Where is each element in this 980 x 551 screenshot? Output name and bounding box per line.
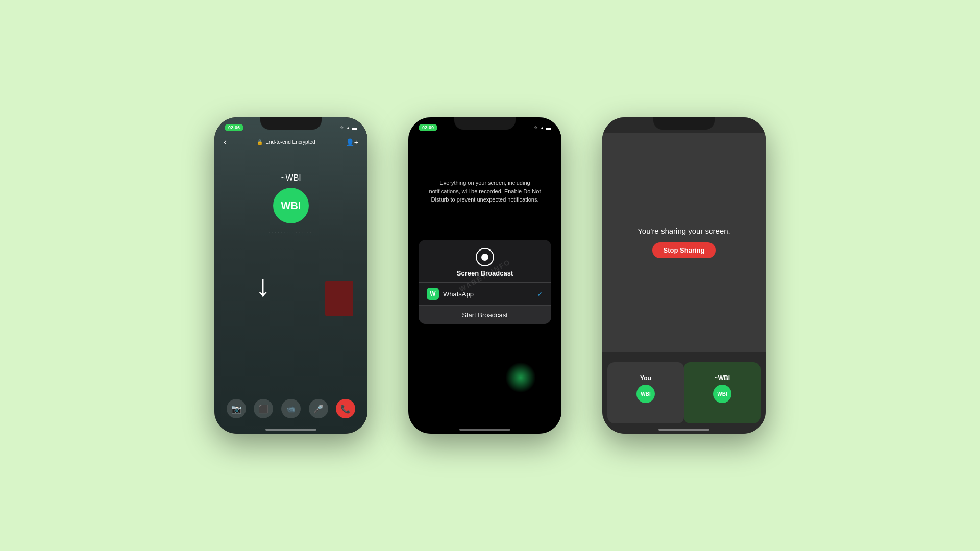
status-icons-1: ✈ ▲ ▬ <box>340 125 357 131</box>
participants-panel: You WBI ········· ~WBI WBI ········· <box>607 362 761 423</box>
airplane-icon: ✈ <box>340 126 344 130</box>
phone-2: 02:09 ✈ ▲ ▬ Everything on your screen, i… <box>408 117 561 434</box>
record-icon <box>476 248 494 266</box>
glow-orb <box>505 362 536 393</box>
phone-1: 02:06 ✈ ▲ ▬ ‹ 🔒 End-to-end Encrypted 👤+ … <box>214 117 368 434</box>
phone1-screen: 02:06 ✈ ▲ ▬ ‹ 🔒 End-to-end Encrypted 👤+ … <box>214 117 368 434</box>
notch-3 <box>653 117 715 130</box>
start-broadcast-button[interactable]: Start Broadcast <box>419 306 551 324</box>
battery-icon: ▬ <box>352 125 357 131</box>
whatsapp-app-item[interactable]: W WhatsApp <box>427 288 474 300</box>
home-indicator-2 <box>459 429 510 431</box>
sharing-text: You're sharing your screen. <box>638 227 730 235</box>
contact-name: ~WBI <box>281 173 301 183</box>
phone1-contact: ~WBI WBI ............... <box>214 173 368 234</box>
video-off-button[interactable]: 📹 <box>281 399 301 418</box>
broadcast-warning-message: Everything on your screen, including not… <box>424 179 546 204</box>
signal-icon-2: ▲ <box>540 126 544 130</box>
status-time-1: 02:06 <box>225 124 243 131</box>
home-indicator-1 <box>265 429 316 431</box>
phone3-screen: You're sharing your screen. Stop Sharing… <box>602 117 766 434</box>
mic-off-button[interactable]: 🎤 <box>309 399 328 418</box>
participant-wbi-status: ········· <box>712 406 733 411</box>
phone1-toolbar: 📷 ⬛ 📹 🎤 📞 <box>214 399 368 418</box>
back-button[interactable]: ‹ <box>224 137 227 147</box>
signal-icon: ▲ <box>346 126 350 130</box>
whatsapp-row: W WhatsApp ✓ <box>419 283 551 305</box>
stop-sharing-button[interactable]: Stop Sharing <box>652 242 716 258</box>
contact-avatar: WBI <box>273 188 309 223</box>
broadcast-title: Screen Broadcast <box>457 269 513 277</box>
participant-wbi: ~WBI WBI ········· <box>684 362 761 423</box>
screen-preview-thumbnail <box>325 281 353 316</box>
whatsapp-symbol: W <box>430 290 435 297</box>
participant-you-name: You <box>640 374 651 382</box>
participant-you-initials: WBI <box>641 391 650 397</box>
battery-icon-2: ▬ <box>546 125 551 131</box>
participant-wbi-initials: WBI <box>717 391 727 397</box>
add-participant-button[interactable]: 👤+ <box>346 138 358 146</box>
lock-icon: 🔒 <box>257 139 263 145</box>
phone1-header: ‹ 🔒 End-to-end Encrypted 👤+ <box>214 137 368 147</box>
phone2-screen: 02:09 ✈ ▲ ▬ Everything on your screen, i… <box>408 117 561 434</box>
whatsapp-label: WhatsApp <box>443 290 474 298</box>
participant-you-avatar: WBI <box>636 385 655 403</box>
broadcast-panel: Screen Broadcast W WhatsApp ✓ Start Broa… <box>419 240 551 324</box>
end-call-button[interactable]: 📞 <box>336 399 355 418</box>
notch-1 <box>260 117 322 130</box>
participant-you-status: ········· <box>635 406 656 411</box>
whatsapp-icon: W <box>427 288 439 300</box>
camera-button[interactable]: 📷 <box>227 399 246 418</box>
status-time-2: 02:09 <box>419 124 437 131</box>
encryption-label: End-to-end Encrypted <box>265 139 315 145</box>
checkmark-icon: ✓ <box>537 290 543 298</box>
status-icons-2: ✈ ▲ ▬ <box>534 125 551 131</box>
participant-wbi-avatar: WBI <box>713 385 731 403</box>
airplane-icon-2: ✈ <box>534 126 538 130</box>
contact-initials: WBI <box>281 200 301 212</box>
down-arrow-icon: ↓ <box>255 270 271 301</box>
participant-wbi-name: ~WBI <box>715 374 730 382</box>
sharing-area: You're sharing your screen. Stop Sharing <box>602 133 766 352</box>
broadcast-title-row: Screen Broadcast <box>419 240 551 282</box>
screen-share-button[interactable]: ⬛ <box>254 399 273 418</box>
phone-3: You're sharing your screen. Stop Sharing… <box>602 117 766 434</box>
home-indicator-3 <box>658 429 709 431</box>
notch-2 <box>454 117 516 130</box>
record-inner <box>481 254 488 261</box>
participant-you: You WBI ········· <box>607 362 684 423</box>
contact-dots: ............... <box>269 229 313 234</box>
header-center: 🔒 End-to-end Encrypted <box>257 139 315 145</box>
